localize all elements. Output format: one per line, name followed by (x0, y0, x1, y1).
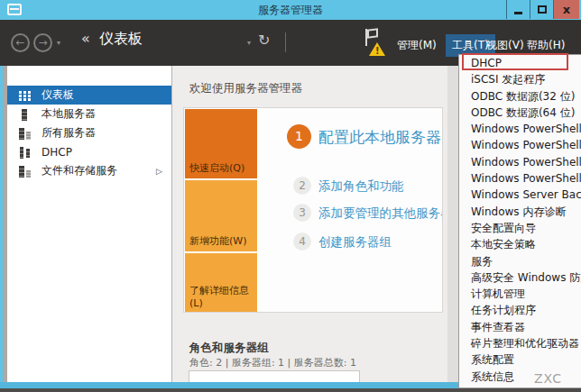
tools-menu-item-system-configuration[interactable]: 系统配置 (459, 351, 581, 368)
warning-exclamation: ! (375, 46, 380, 56)
whats-new-label: 新增功能(W) (189, 234, 246, 248)
tools-menu-item-services[interactable]: 服务 (459, 253, 581, 269)
window-controls: x (506, 0, 579, 19)
menu-help[interactable]: 帮助(H) (527, 38, 565, 53)
learn-more-label: 了解详细信息(L) (189, 284, 257, 309)
tools-menu-item-memory-diagnostic[interactable]: Windows 内存诊断 (459, 204, 581, 220)
welcome-tile: 快速启动(Q) 新增功能(W) 了解详细信息(L) 1 配置此本地服务器 2 添… (183, 107, 443, 313)
sidebar-item-label: 文件和存储服务 (42, 163, 117, 178)
sidebar-item-label: 所有服务器 (42, 125, 96, 141)
vertical-scrollbar[interactable] (447, 66, 458, 382)
close-button[interactable]: x (553, 0, 579, 19)
step-3-badge: 3 (293, 204, 311, 222)
step-3-link[interactable]: 添加要管理的其他服务器 (318, 205, 443, 222)
whats-new-tab[interactable]: 新增功能(W) (185, 180, 257, 251)
tools-menu-item-system-information[interactable]: 系统信息 (459, 369, 581, 385)
tools-menu-item-odbc32[interactable]: ODBC 数据源(32 位) (459, 88, 581, 105)
tools-menu-item-task-scheduler[interactable]: 任务计划程序 (459, 302, 581, 318)
tools-menu-item-odbc64[interactable]: ODBC 数据源(64 位) (459, 105, 581, 121)
tools-menu-item-computer-management[interactable]: 计算机管理 (459, 286, 581, 302)
all-servers-icon (18, 127, 32, 140)
watermark: ZXC (534, 371, 562, 386)
window-bottom-border (0, 388, 581, 392)
maximize-icon (538, 5, 547, 14)
sidebar-item-label: 仪表板 (42, 87, 74, 103)
tools-menu-item-powershell-ise-x86[interactable]: Windows PowerShell ISE (x86) (459, 170, 581, 187)
scope-dropdown-icon[interactable]: ▾ (247, 39, 251, 47)
step-1-badge: 1 (287, 124, 311, 149)
flag-cloth (367, 28, 378, 39)
learn-more-tab[interactable]: 了解详细信息(L) (185, 253, 257, 313)
tools-dropdown-menu: DHCP iSCSI 发起程序 ODBC 数据源(32 位) ODBC 数据源(… (458, 54, 581, 388)
tools-menu-item-security-config-wizard[interactable]: 安全配置向导 (459, 220, 581, 236)
sidebar-item-local-server[interactable]: 本地服务器 (7, 105, 171, 123)
tools-menu-item-local-security-policy[interactable]: 本地安全策略 (459, 236, 581, 252)
sidebar-item-label: DHCP (42, 146, 72, 159)
dashboard-grid-icon (18, 89, 32, 102)
breadcrumb: 仪表板 (99, 30, 143, 49)
welcome-heading: 欢迎使用服务器管理器 (189, 81, 302, 96)
sidebar-item-dhcp[interactable]: DHCP (7, 142, 171, 161)
roles-tile (189, 370, 360, 382)
title-bar: 服务器管理器 x (0, 0, 581, 20)
step-1-link[interactable]: 配置此本地服务器 (318, 127, 441, 148)
expand-arrow-icon[interactable]: ▷ (156, 167, 162, 176)
maximize-button[interactable] (530, 0, 553, 19)
server-manager-window: 服务器管理器 x ← → ▾ « 仪表板 ▾ ↻ ! 管理(M) 工具(T) 视… (0, 0, 581, 392)
warning-badge-icon[interactable]: ! (369, 42, 385, 56)
tools-menu-item-performance-monitor[interactable]: 性能监视器 (459, 385, 581, 388)
tools-menu-item-powershell[interactable]: Windows PowerShell (459, 121, 581, 137)
step-4-badge: 4 (293, 232, 311, 251)
sidebar-item-file-storage-services[interactable]: 文件和存储服务 ▷ (7, 161, 171, 180)
window-title: 服务器管理器 (0, 3, 581, 18)
dhcp-role-icon (18, 146, 32, 159)
minimize-icon (514, 12, 522, 14)
sidebar-item-label: 本地服务器 (42, 106, 96, 122)
nav-divider (285, 32, 286, 52)
step-2-badge: 2 (293, 177, 311, 195)
tools-menu-item-iscsi[interactable]: iSCSI 发起程序 (459, 71, 581, 87)
history-dropdown-icon[interactable]: ▾ (57, 39, 60, 47)
quick-start-tab[interactable]: 快速启动(Q) (185, 109, 257, 178)
step-2-link[interactable]: 添加角色和功能 (318, 178, 404, 195)
sidebar-item-dashboard[interactable]: 仪表板 (7, 86, 171, 105)
roles-section-heading: 角色和服务器组 (189, 341, 269, 356)
window-left-border (0, 20, 3, 388)
step-4-link[interactable]: 创建服务器组 (318, 234, 392, 251)
dashboard-content: 欢迎使用服务器管理器 快速启动(Q) 新增功能(W) 了解详细信息(L) 1 配… (172, 66, 447, 382)
sidebar: 仪表板 本地服务器 所有服务器 DHCP 文件和存储服务 ▷ (7, 66, 171, 382)
minimize-button[interactable] (506, 0, 530, 19)
breadcrumb-chevrons-icon: « (81, 30, 88, 47)
refresh-icon[interactable]: ↻ (258, 32, 270, 49)
dhcp-annotation-box (462, 53, 568, 70)
sidebar-item-all-servers[interactable]: 所有服务器 (7, 123, 171, 142)
roles-section-stats: 角色: 2 | 服务器组: 1 | 服务器总数: 1 (189, 356, 356, 369)
tools-menu-item-event-viewer[interactable]: 事件查看器 (459, 319, 581, 335)
tools-menu-item-advanced-firewall[interactable]: 高级安全 Windows 防火墙 (459, 269, 581, 286)
back-button[interactable]: ← (11, 33, 30, 52)
quick-start-label: 快速启动(Q) (189, 161, 244, 175)
tools-menu-item-powershell-x86[interactable]: Windows PowerShell (x86) (459, 137, 581, 153)
file-storage-icon (18, 165, 32, 178)
menu-view[interactable]: 视图(V) (486, 38, 524, 53)
tools-menu-item-defrag-optimize[interactable]: 碎片整理和优化驱动器 (459, 335, 581, 351)
menu-manage[interactable]: 管理(M) (397, 38, 437, 53)
forward-button[interactable]: → (33, 33, 52, 52)
tools-menu-item-server-backup[interactable]: Windows Server Backup (459, 187, 581, 203)
local-server-icon (18, 108, 32, 121)
tools-menu-item-powershell-ise[interactable]: Windows PowerShell ISE (459, 154, 581, 170)
